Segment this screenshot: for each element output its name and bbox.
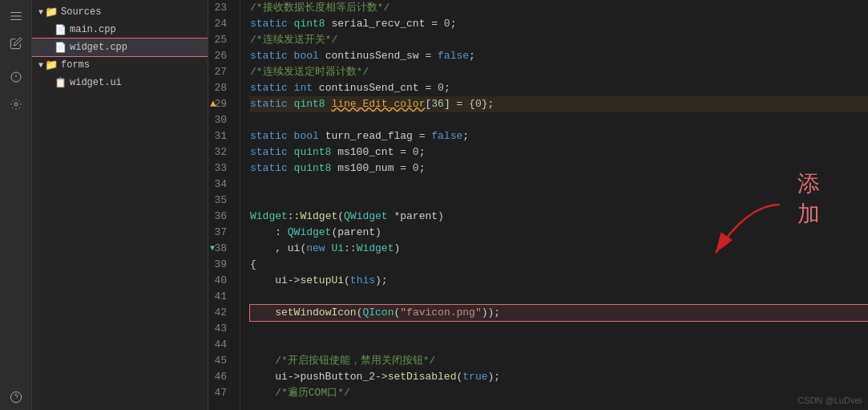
type-24: qint8 <box>294 16 332 32</box>
kw-static-26: static <box>250 48 294 64</box>
watermark-text: CSDN @LuDvei <box>797 396 862 405</box>
comment-27: /*连续发送定时器计数*/ <box>250 64 369 80</box>
func-40: setupUi <box>300 273 344 289</box>
code-line-41 <box>250 289 868 305</box>
forms-folder[interactable]: ▼ 📁 forms <box>32 56 208 74</box>
linenum-39: 39 <box>208 257 233 273</box>
code-line-36: Widget::Widget(QWidget *parent) <box>250 209 868 225</box>
code-area: 23 24 25 26 27 28 ▲ 29 30 31 32 33 34 35… <box>208 0 868 410</box>
kw-static-33: static <box>250 160 294 177</box>
widget-ui-label: widget.ui <box>70 77 122 88</box>
linenum-31: 31 <box>208 128 233 144</box>
help-icon[interactable] <box>3 384 29 410</box>
linenum-38: ▼ 38 <box>208 241 233 257</box>
code-line-35 <box>250 193 868 209</box>
warning-indicator-29: ▲ <box>210 96 216 112</box>
widget-ui-item[interactable]: 📋 widget.ui <box>32 74 208 91</box>
linenum-43: 43 <box>208 321 233 337</box>
linenum-25: 25 <box>208 32 233 48</box>
linenum-47: 47 <box>208 385 233 401</box>
linenum-33: 33 <box>208 160 233 177</box>
num-24: 0 <box>444 16 450 32</box>
class-36: Widget <box>250 209 288 225</box>
main-cpp-label: main.cpp <box>70 24 116 35</box>
widget-cpp-label: widget.cpp <box>70 42 127 53</box>
code-line-27: /*连续发送定时器计数*/ <box>250 64 868 80</box>
underline-29: line_Edit_color <box>331 96 425 112</box>
linenum-36: 36 <box>208 209 233 225</box>
files-icon[interactable] <box>3 3 29 29</box>
sources-folder[interactable]: ▼ 📁 Sources <box>32 3 208 21</box>
linenum-40: 40 <box>208 273 233 289</box>
code-line-32: static quint8 ms100_cnt = 0; <box>250 144 868 160</box>
forms-label: forms <box>61 59 90 71</box>
var-26: continusSend_sw = <box>325 48 438 64</box>
type-29: qint8 <box>294 96 332 112</box>
linenum-45: 45 <box>208 353 233 369</box>
code-line-28: static int continusSend_cnt = 0; <box>250 80 868 96</box>
base-37: QWidget <box>288 225 332 241</box>
linenum-29: ▲ 29 <box>208 96 233 112</box>
code-line-34 <box>250 177 868 193</box>
expand-indicator-38: ▼ <box>210 241 215 257</box>
linenum-26: 26 <box>208 48 233 64</box>
code-line-23: /*接收数据长度相等后计数*/ <box>250 0 868 16</box>
linenum-44: 44 <box>208 337 233 353</box>
code-line-39: { <box>250 257 868 273</box>
class-38: Widget <box>357 241 394 257</box>
linenum-35: 35 <box>208 193 233 209</box>
comment-45: /*开启按钮使能，禁用关闭按钮*/ <box>275 353 435 369</box>
val-31: false <box>431 128 462 144</box>
code-line-33: static quint8 ms100_num = 0; <box>250 160 868 177</box>
linenum-37: 37 <box>208 225 233 241</box>
code-line-42: setWindowIcon(QIcon("favicon.png")); <box>250 305 868 321</box>
num-33: 0 <box>413 160 419 177</box>
code-line-26: static bool continusSend_sw = false; <box>250 48 868 64</box>
edit-icon[interactable] <box>3 30 29 56</box>
linenum-23: 23 <box>208 0 233 16</box>
watermark: CSDN @LuDvei <box>797 396 862 405</box>
linenum-34: 34 <box>208 177 233 193</box>
kw-static-32: static <box>250 144 294 160</box>
svg-point-3 <box>14 103 18 106</box>
code-line-43 <box>250 321 868 337</box>
kw-new-38: new <box>306 241 331 257</box>
type-bool-31: bool <box>294 128 325 144</box>
val-26: false <box>438 48 469 64</box>
widget-cpp-icon: 📄 <box>55 42 67 54</box>
kw-static-24: static <box>250 16 294 32</box>
linenum-30: 30 <box>208 112 233 128</box>
code-line-29: static qint8 line_Edit_color[36] = {0}; <box>250 96 868 112</box>
linenum-42: 42 <box>208 305 233 321</box>
var-33: ms100_num = <box>337 160 413 177</box>
type-33: quint8 <box>294 160 338 177</box>
sidebar <box>0 0 32 410</box>
var-24: serial_recv_cnt = <box>331 16 443 32</box>
num-28: 0 <box>438 80 444 96</box>
main-cpp-item[interactable]: 📄 main.cpp <box>32 21 208 39</box>
code-line-24: static qint8 serial_recv_cnt = 0; <box>250 16 868 32</box>
code-line-37: : QWidget(parent) <box>250 225 868 241</box>
str-42: "favicon.png" <box>400 305 481 321</box>
code-line-30 <box>250 112 868 128</box>
linenum-41: 41 <box>208 289 233 305</box>
widget-cpp-item[interactable]: 📄 widget.cpp <box>32 39 208 56</box>
main-cpp-icon: 📄 <box>55 24 67 36</box>
ns-38: Ui <box>331 241 344 257</box>
debug-icon[interactable] <box>3 64 29 90</box>
forms-folder-icon: 📁 <box>45 59 58 71</box>
code-line-25: /*连续发送开关*/ <box>250 32 868 48</box>
type-int-28: int <box>294 80 319 96</box>
code-line-46: ui->pushButton_2->setDisabled(true); <box>250 369 868 385</box>
comment-47: /*遍历COM口*/ <box>275 385 350 401</box>
linenum-32: 32 <box>208 144 233 160</box>
code-line-40: ui->setupUi(this); <box>250 273 868 289</box>
var-32: ms100_cnt = <box>337 144 413 160</box>
code-lines[interactable]: /*接收数据长度相等后计数*/ static qint8 serial_recv… <box>240 0 868 410</box>
code-line-45: /*开启按钮使能，禁用关闭按钮*/ <box>250 353 868 369</box>
var-31: turn_read_flag = <box>325 128 432 144</box>
comment-25: /*连续发送开关*/ <box>250 32 337 48</box>
tools-icon[interactable] <box>3 91 29 117</box>
forms-arrow: ▼ <box>38 61 43 70</box>
kw-true-46: true <box>462 369 487 385</box>
